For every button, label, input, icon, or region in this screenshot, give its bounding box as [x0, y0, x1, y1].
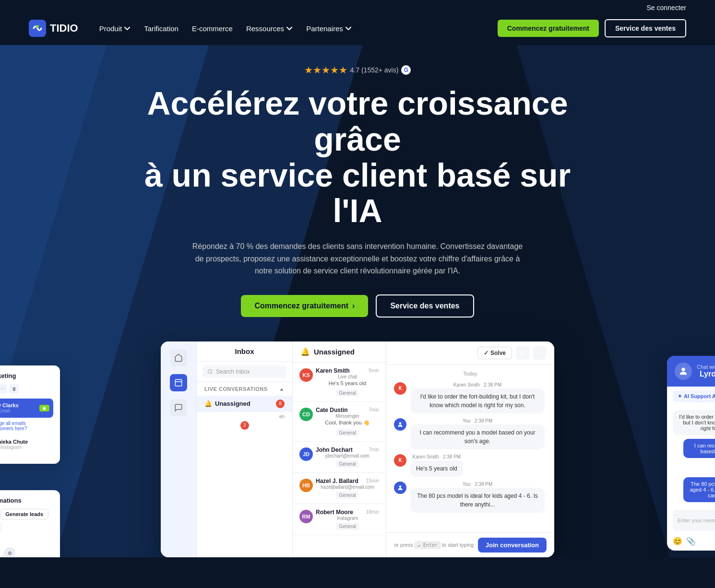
nav-cta-secondary[interactable]: Service des ventes — [605, 19, 686, 37]
hero-buttons: Commencez gratuitement › Service des ven… — [29, 294, 686, 318]
nav-ecommerce[interactable]: E-commerce — [186, 21, 238, 36]
conv-tag-hazel: General — [336, 492, 359, 499]
msg-you-1: You 2:38 PM I can recommend you a model … — [394, 418, 547, 449]
conv-tag-cate: General — [336, 429, 359, 436]
conv-avatar-john: JD — [299, 447, 313, 461]
chat-messages: Today K Karen Smith 2:38 PM I'd like to … — [386, 365, 554, 532]
ai-widget: Chat with Lyro ✦ AI Support Agent I'd li… — [667, 356, 715, 551]
automations-overlay: Automations Increase sales Generate lead… — [0, 490, 60, 557]
conv-item-karen[interactable]: KS Karen Smith 5min Live chat He's 5 yea… — [293, 363, 386, 402]
hero-content: ★★★★★ 4.7 (1552+ avis) G Accélérez votre… — [29, 64, 686, 318]
chat-hint-text: or press ↵ Enter to start typing — [394, 542, 474, 548]
conv-source-cate: Messenger — [316, 413, 379, 419]
sidebar-inbox-icon[interactable] — [170, 374, 187, 391]
conv-name-karen: Karen Smith — [316, 367, 350, 374]
conv-preview-cate: Cool, thank you 👋 — [316, 420, 379, 426]
en-label: en — [197, 412, 292, 421]
login-link[interactable]: Se connecter — [647, 4, 687, 12]
logo[interactable]: TIDIO — [29, 20, 78, 37]
conv-item-hazel[interactable]: HB Hazel J. Ballard 15min hazeljballard@… — [293, 473, 386, 504]
msg-bubble-you-1: I can recommend you a model based on you… — [410, 424, 545, 449]
chat-input-row: or press ↵ Enter to start typing Join co… — [386, 532, 554, 557]
svg-rect-17 — [175, 379, 182, 386]
conv-name-cate: Cate Dustin — [316, 407, 348, 413]
convlist-title: Unassigned — [314, 348, 355, 356]
svg-point-20 — [399, 485, 402, 488]
msg-bubble-karen-1: I'd like to order the fort-building kit,… — [410, 388, 545, 413]
tool-btn-5[interactable]: ⋯ — [0, 384, 7, 394]
automations-title: Automations — [0, 497, 53, 504]
collapse-icon[interactable]: ▲ — [279, 386, 285, 392]
unassigned-text: Unassigned — [215, 400, 250, 407]
search-placeholder: Search Inbox — [216, 368, 250, 375]
ticket-item-chieka[interactable]: CC Chieka Chute Instagram — [0, 435, 53, 454]
nav-produit[interactable]: Produit — [94, 21, 137, 36]
join-conversation-button[interactable]: Join conversation — [478, 538, 547, 553]
conv-avatar-cate: CD — [299, 408, 313, 421]
ai-widget-chat-with: Chat with — [697, 364, 715, 370]
conv-avatar-hazel: HB — [299, 479, 313, 492]
conv-name-robert: Robert Moore — [316, 509, 353, 516]
ticket-badge-amy: ▣ — [39, 405, 49, 412]
msg-avatar-you-2 — [394, 482, 406, 494]
hero-cta-secondary[interactable]: Service des ventes — [376, 294, 474, 318]
tool-btn-6[interactable]: 🗑 — [9, 384, 19, 394]
ai-bot-avatar — [675, 363, 692, 380]
ai-msg-agent-2: The 80 pcs model is ideal for kids aged … — [683, 477, 715, 502]
conv-tag-karen: General — [336, 389, 359, 397]
ticket-name-chieka: Chieka Chute — [0, 439, 49, 445]
rating-row: ★★★★★ 4.7 (1552+ avis) G — [29, 64, 686, 76]
svg-point-21 — [681, 368, 685, 371]
svg-text:⚙: ⚙ — [8, 551, 12, 556]
grid-icon-btn[interactable]: ⊞ — [516, 346, 529, 360]
msg-karen-2: K Karen Smith 2:38 PM He's 5 years old — [394, 454, 547, 477]
search-bar[interactable]: Search Inbox — [203, 365, 286, 378]
nav-cta-primary[interactable]: Commencez gratuitement — [498, 20, 599, 37]
hero-subtitle: Répondez à 70 % des demandes des clients… — [190, 240, 525, 277]
nav-ressources[interactable]: Ressources — [240, 21, 298, 36]
ai-emoji-row: 😊 📎 — [667, 535, 715, 551]
auto-tag-solve[interactable]: Solve problems — [0, 522, 1, 533]
unassigned-item[interactable]: 🔔 Unassigned 8 — [197, 396, 292, 412]
ticketing-title: Ticketing — [0, 372, 53, 379]
ticket-item-amy[interactable]: AC Amy Clarks Email ▣ — [0, 399, 53, 418]
automation-flow: $ 💬 ⚙ 📋 — [0, 539, 53, 557]
msg-avatar-karen: K — [394, 382, 406, 395]
ai-msg-agent-1: I can recommend you a model based on you… — [683, 439, 715, 458]
conv-tag-robert: General — [336, 523, 359, 530]
hero-cta-primary[interactable]: Commencez gratuitement › — [241, 295, 368, 317]
emoji-smile-icon[interactable]: 😊 — [673, 537, 682, 546]
sidebar-home-icon[interactable] — [170, 349, 187, 366]
more-options-btn[interactable]: ⋯ — [533, 346, 547, 360]
attachment-icon[interactable]: 📎 — [686, 537, 696, 546]
nav-tarification[interactable]: Tarification — [138, 21, 184, 36]
ticketing-overlay: Ticketing ☰ ✎ ⊞ ↓ ⋯ 🗑 AC Amy Clarks Emai… — [0, 365, 60, 464]
navbar: TIDIO Produit Tarification E-commerce Re… — [0, 12, 715, 45]
ticket-source-amy: Email — [0, 408, 36, 413]
ticketing-toolbar: ☰ ✎ ⊞ ↓ ⋯ 🗑 — [0, 384, 53, 394]
solve-button[interactable]: ✓ Solve — [477, 347, 512, 359]
conv-source-karen: Live chat — [316, 374, 379, 379]
live-conv-header: LIVE CONVERSATIONS ▲ — [197, 382, 292, 396]
conv-item-robert[interactable]: RM Robert Moore 18min Instagram General — [293, 504, 386, 535]
automation-tags: Increase sales Generate leads Solve prob… — [0, 509, 53, 533]
sidebar-chat-icon[interactable] — [170, 399, 187, 416]
ticket-name-amy: Amy Clarks — [0, 402, 36, 408]
inbox-header: Inbox — [197, 341, 292, 362]
convlist-header: 🔔 Unassigned — [293, 341, 386, 363]
rating-stars: ★★★★★ — [304, 64, 347, 76]
demo-ui-container: Ticketing ☰ ✎ ⊞ ↓ ⋯ 🗑 AC Amy Clarks Emai… — [29, 341, 686, 557]
nav-partenaires[interactable]: Partenaires — [300, 21, 358, 36]
msg-sender-you-2: You 2:38 PM — [410, 482, 545, 487]
demo-chat-panel: ✓ Solve ⊞ ⋯ Today K Karen Smith 2:38 PM … — [386, 341, 554, 557]
conv-tag-john: General — [336, 460, 359, 468]
conv-item-john[interactable]: JD John Dechart 7min jdechart@email.com … — [293, 442, 386, 473]
tidio-logo-icon — [29, 20, 46, 37]
nav-left: TIDIO Produit Tarification E-commerce Re… — [29, 20, 358, 37]
auto-tag-leads[interactable]: Generate leads — [0, 509, 48, 519]
conv-time-cate: 7min — [369, 407, 379, 412]
conv-source-hazel: hazeljballard@email.com — [316, 484, 379, 490]
conv-item-cate[interactable]: CD Cate Dustin 7min Messenger Cool, than… — [293, 402, 386, 442]
ai-support-badge: ✦ AI Support Agent — [673, 390, 715, 402]
ticket-desc: ...age all emailscustomers here? — [0, 421, 49, 431]
